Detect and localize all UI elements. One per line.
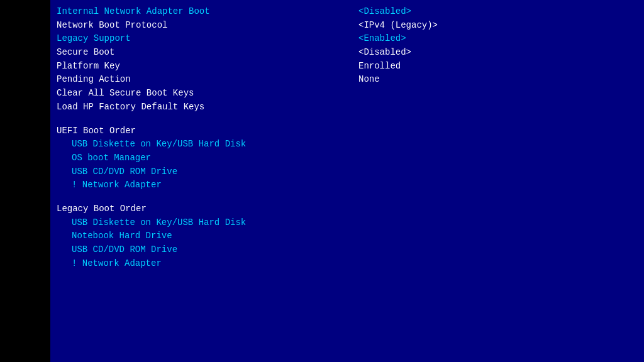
legacy-item-3: ! Network Adapter — [57, 257, 631, 271]
value-secure-boot: <Disabled> — [358, 46, 631, 60]
value-legacy-support: <Enabled> — [358, 32, 631, 46]
uefi-item-2: USB CD/DVD ROM Drive — [57, 165, 631, 179]
legacy-section-header: Legacy Boot Order — [57, 202, 631, 216]
label-legacy-support: Legacy Support — [57, 32, 358, 46]
uefi-item-1: OS boot Manager — [57, 151, 631, 165]
uefi-item-label-3: ! Network Adapter — [72, 178, 374, 192]
value-network-boot: <IPv4 (Legacy)> — [358, 19, 631, 33]
legacy-item-label-1: Notebook Hard Drive — [72, 229, 374, 243]
legacy-item-1: Notebook Hard Drive — [57, 229, 631, 243]
value-internal-network: <Disabled> — [358, 5, 631, 19]
value-clear-keys — [358, 87, 631, 101]
legacy-item-2: USB CD/DVD ROM Drive — [57, 243, 631, 257]
left-sidebar — [0, 0, 50, 362]
row-pending-action: Pending Action None — [57, 73, 631, 87]
row-internal-network: Internal Network Adapter Boot <Disabled> — [57, 5, 631, 19]
row-secure-boot: Secure Boot <Disabled> — [57, 46, 631, 60]
uefi-section-header: UEFI Boot Order — [57, 124, 631, 138]
uefi-section-label: UEFI Boot Order — [57, 124, 358, 138]
value-pending-action: None — [358, 73, 631, 87]
spacer-2 — [57, 192, 631, 199]
bios-screen: Internal Network Adapter Boot <Disabled>… — [0, 0, 644, 362]
uefi-item-3: ! Network Adapter — [57, 178, 631, 192]
bios-content: Internal Network Adapter Boot <Disabled>… — [50, 0, 644, 362]
legacy-section-label: Legacy Boot Order — [57, 202, 358, 216]
row-load-hp-keys: Load HP Factory Default Keys — [57, 101, 631, 114]
label-clear-keys: Clear All Secure Boot Keys — [57, 87, 358, 101]
row-platform-key: Platform Key Enrolled — [57, 60, 631, 74]
row-clear-keys: Clear All Secure Boot Keys — [57, 87, 631, 101]
label-secure-boot: Secure Boot — [57, 46, 358, 60]
row-legacy-support: Legacy Support <Enabled> — [57, 32, 631, 46]
uefi-item-label-0: USB Diskette on Key/USB Hard Disk — [72, 138, 374, 151]
uefi-item-label-2: USB CD/DVD ROM Drive — [72, 165, 374, 179]
legacy-item-label-3: ! Network Adapter — [72, 257, 374, 271]
legacy-item-label-0: USB Diskette on Key/USB Hard Disk — [72, 216, 374, 230]
row-network-boot: Network Boot Protocol <IPv4 (Legacy)> — [57, 19, 631, 33]
uefi-item-label-1: OS boot Manager — [72, 151, 374, 165]
label-network-boot: Network Boot Protocol — [57, 19, 358, 33]
value-platform-key: Enrolled — [358, 60, 631, 74]
legacy-item-0: USB Diskette on Key/USB Hard Disk — [57, 216, 631, 230]
label-load-hp-keys: Load HP Factory Default Keys — [57, 101, 358, 114]
label-pending-action: Pending Action — [57, 73, 358, 87]
legacy-item-label-2: USB CD/DVD ROM Drive — [72, 243, 374, 257]
spacer-1 — [57, 114, 631, 121]
label-platform-key: Platform Key — [57, 60, 358, 74]
value-load-hp-keys — [358, 101, 631, 114]
label-internal-network: Internal Network Adapter Boot — [57, 5, 358, 19]
uefi-item-0: USB Diskette on Key/USB Hard Disk — [57, 138, 631, 151]
